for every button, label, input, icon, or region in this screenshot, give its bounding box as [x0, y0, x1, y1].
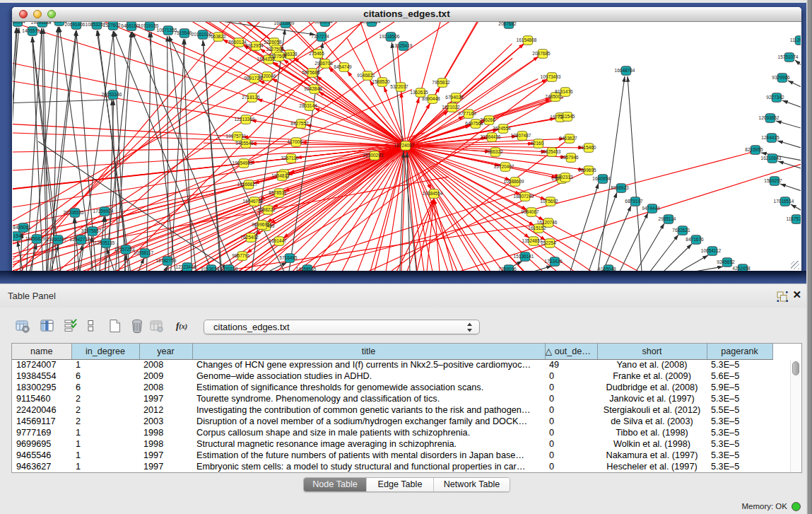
svg-text:19218506: 19218506 — [379, 34, 400, 39]
svg-text:9242848: 9242848 — [304, 86, 322, 91]
svg-text:9857791: 9857791 — [232, 253, 250, 258]
svg-text:10958117: 10958117 — [134, 250, 154, 255]
svg-text:10719155: 10719155 — [139, 23, 159, 28]
svg-text:10025453: 10025453 — [541, 149, 561, 154]
svg-text:4165048: 4165048 — [598, 267, 616, 271]
svg-text:6497568: 6497568 — [465, 121, 483, 126]
svg-text:1615152: 1615152 — [528, 226, 546, 230]
svg-text:17016514: 17016514 — [774, 199, 794, 204]
svg-text:7511545: 7511545 — [558, 114, 575, 119]
svg-text:1112843: 1112843 — [790, 37, 801, 42]
svg-text:11156829: 11156829 — [25, 236, 45, 241]
svg-text:252254: 252254 — [541, 240, 556, 245]
svg-text:7663822: 7663822 — [208, 34, 226, 39]
svg-text:9327504: 9327504 — [269, 54, 287, 59]
svg-text:12505135: 12505135 — [95, 240, 115, 245]
svg-text:8454749: 8454749 — [334, 64, 352, 69]
svg-text:8435061: 8435061 — [13, 225, 31, 230]
svg-text:21364436: 21364436 — [481, 134, 501, 139]
svg-text:417006: 417006 — [287, 139, 302, 144]
svg-text:1691447: 1691447 — [269, 238, 287, 243]
svg-text:14658665: 14658665 — [296, 267, 317, 271]
svg-text:8215955: 8215955 — [745, 147, 763, 152]
svg-text:9463627: 9463627 — [559, 136, 577, 141]
svg-text:7632621: 7632621 — [672, 228, 690, 233]
svg-text:2935114: 2935114 — [659, 216, 676, 221]
svg-text:19166827: 19166827 — [237, 182, 258, 187]
svg-text:7955812: 7955812 — [432, 80, 450, 85]
svg-text:8660124: 8660124 — [228, 40, 247, 45]
svg-text:20334454: 20334454 — [360, 22, 381, 24]
svg-text:1621022: 1621022 — [442, 105, 460, 110]
svg-text:7986322: 7986322 — [485, 149, 503, 154]
svg-text:19384554: 19384554 — [423, 191, 443, 196]
svg-text:1405571: 1405571 — [22, 28, 40, 33]
svg-text:1569297: 1569297 — [764, 178, 782, 183]
svg-text:8938923: 8938923 — [611, 185, 629, 190]
svg-text:7515546: 7515546 — [174, 30, 192, 35]
svg-text:13524851: 13524851 — [522, 238, 543, 243]
svg-text:17957253: 17957253 — [114, 247, 135, 252]
svg-text:9245652: 9245652 — [717, 259, 735, 264]
svg-text:6794028: 6794028 — [445, 95, 464, 100]
svg-text:1527602: 1527602 — [102, 23, 121, 28]
svg-text:8912954: 8912954 — [245, 43, 264, 48]
svg-text:12093852: 12093852 — [759, 115, 779, 120]
svg-text:9227342: 9227342 — [766, 95, 784, 100]
svg-text:9153634: 9153634 — [201, 267, 219, 271]
svg-text:10654112: 10654112 — [701, 248, 722, 253]
svg-text:12942737: 12942737 — [70, 237, 90, 242]
svg-text:6466160: 6466160 — [121, 23, 139, 28]
svg-text:16648784: 16648784 — [615, 68, 635, 73]
svg-text:9465546: 9465546 — [235, 141, 254, 146]
svg-text:9899695: 9899695 — [578, 168, 596, 173]
svg-text:5322037: 5322037 — [390, 84, 408, 89]
svg-text:2718126: 2718126 — [242, 95, 260, 100]
svg-text:10973493: 10973493 — [541, 74, 561, 79]
svg-text:5226058: 5226058 — [264, 40, 282, 45]
svg-text:20691406: 20691406 — [65, 22, 86, 27]
svg-text:5875685: 5875685 — [302, 70, 320, 75]
svg-text:5716485: 5716485 — [279, 255, 298, 260]
svg-text:1244415: 1244415 — [761, 135, 779, 140]
svg-text:26053346: 26053346 — [102, 92, 122, 97]
svg-text:16210643: 16210643 — [761, 156, 782, 160]
svg-text:8471676: 8471676 — [686, 237, 704, 242]
svg-text:18724007: 18724007 — [394, 143, 415, 148]
svg-text:9146821: 9146821 — [357, 73, 375, 78]
svg-text:3911549: 3911549 — [13, 233, 24, 238]
svg-text:9891724: 9891724 — [244, 76, 262, 81]
svg-text:10975731: 10975731 — [226, 134, 247, 139]
svg-text:3267110: 3267110 — [281, 156, 299, 160]
svg-text:7625402: 7625402 — [240, 235, 259, 240]
svg-text:1075692: 1075692 — [540, 199, 558, 204]
svg-text:19654983: 19654983 — [233, 160, 253, 165]
svg-text:62160: 62160 — [531, 141, 543, 146]
svg-text:8578531: 8578531 — [269, 190, 287, 195]
svg-text:1733426: 1733426 — [544, 259, 563, 264]
svg-text:1640954: 1640954 — [592, 176, 611, 181]
svg-text:7389096: 7389096 — [498, 267, 517, 271]
svg-text:1934812: 1934812 — [271, 173, 290, 178]
svg-text:275465: 275465 — [309, 51, 324, 56]
svg-text:2936708: 2936708 — [314, 61, 333, 66]
svg-text:3624554: 3624554 — [493, 126, 511, 131]
svg-text:16782759: 16782759 — [156, 258, 177, 263]
svg-text:3327503: 3327503 — [266, 47, 284, 52]
svg-text:9777169: 9777169 — [458, 111, 476, 116]
svg-text:20206535: 20206535 — [64, 210, 84, 215]
svg-text:7357274: 7357274 — [311, 34, 329, 39]
svg-text:4252458: 4252458 — [732, 266, 751, 271]
svg-text:15136141: 15136141 — [514, 254, 534, 259]
svg-text:9474444: 9474444 — [642, 206, 660, 211]
svg-text:10688609: 10688609 — [504, 179, 524, 184]
svg-text:3498222: 3498222 — [257, 207, 276, 212]
svg-text:1167533: 1167533 — [787, 216, 801, 221]
svg-text:12323446: 12323446 — [176, 264, 196, 269]
svg-text:12213369: 12213369 — [235, 117, 255, 122]
svg-text:18807249: 18807249 — [514, 194, 534, 199]
svg-text:2803144: 2803144 — [299, 103, 317, 108]
svg-text:10807487: 10807487 — [511, 133, 531, 138]
svg-text:8813054: 8813054 — [314, 22, 333, 24]
svg-text:8990448: 8990448 — [422, 96, 440, 101]
